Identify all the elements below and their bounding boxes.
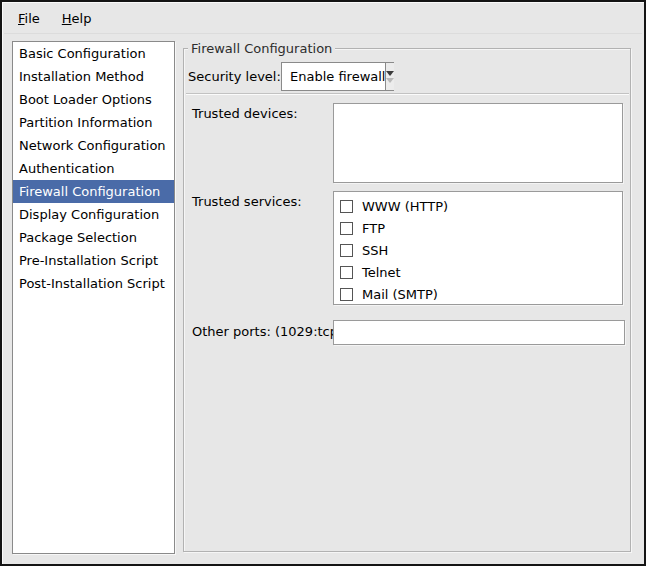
other-ports-label: Other ports: (1029:tcp): [192, 324, 343, 339]
service-label: SSH: [362, 243, 388, 258]
security-level-label: Security level:: [188, 69, 281, 84]
separator: [186, 93, 629, 95]
other-ports-input[interactable]: [333, 320, 625, 345]
service-row-mail[interactable]: Mail (SMTP): [334, 283, 622, 305]
service-checkbox-ssh[interactable]: [340, 244, 353, 257]
sidebar-item-pre-installation-script[interactable]: Pre-Installation Script: [13, 249, 174, 272]
trusted-services-label: Trusted services:: [192, 194, 302, 209]
config-section-list: Basic Configuration Installation Method …: [12, 41, 175, 554]
trusted-devices-label: Trusted devices:: [192, 106, 298, 121]
menubar: File Help: [4, 4, 642, 34]
menu-help[interactable]: Help: [54, 7, 100, 30]
service-checkbox-mail[interactable]: [340, 288, 353, 301]
trusted-services-list: WWW (HTTP) FTP SSH Telnet Mail (SMTP): [333, 191, 623, 305]
service-row-www[interactable]: WWW (HTTP): [334, 195, 622, 217]
sidebar-item-basic-configuration[interactable]: Basic Configuration: [13, 42, 174, 65]
main-panel-frame: Firewall Configuration Security level: E…: [183, 48, 631, 552]
sidebar-item-display-configuration[interactable]: Display Configuration: [13, 203, 174, 226]
service-checkbox-www[interactable]: [340, 200, 353, 213]
service-label: Mail (SMTP): [362, 287, 438, 302]
menu-file-label: ile: [25, 11, 40, 26]
sidebar-item-network-configuration[interactable]: Network Configuration: [13, 134, 174, 157]
service-label: Telnet: [362, 265, 401, 280]
service-row-telnet[interactable]: Telnet: [334, 261, 622, 283]
service-label: FTP: [362, 221, 385, 236]
dropdown-arrow-icon: [385, 63, 394, 90]
app-window: File Help Basic Configuration Installati…: [0, 0, 646, 566]
sidebar-item-authentication[interactable]: Authentication: [13, 157, 174, 180]
service-label: WWW (HTTP): [362, 199, 448, 214]
sidebar-item-post-installation-script[interactable]: Post-Installation Script: [13, 272, 174, 295]
frame-title: Firewall Configuration: [188, 40, 335, 57]
menu-help-label: elp: [72, 11, 92, 26]
sidebar-item-boot-loader-options[interactable]: Boot Loader Options: [13, 88, 174, 111]
service-checkbox-ftp[interactable]: [340, 222, 353, 235]
service-row-ftp[interactable]: FTP: [334, 217, 622, 239]
menu-help-mnemonic: H: [62, 11, 72, 26]
sidebar-item-firewall-configuration[interactable]: Firewall Configuration: [13, 180, 174, 203]
trusted-devices-list[interactable]: [333, 103, 623, 183]
sidebar-item-partition-information[interactable]: Partition Information: [13, 111, 174, 134]
sidebar-item-package-selection[interactable]: Package Selection: [13, 226, 174, 249]
service-row-ssh[interactable]: SSH: [334, 239, 622, 261]
security-level-dropdown[interactable]: Enable firewall: [281, 62, 394, 91]
service-checkbox-telnet[interactable]: [340, 266, 353, 279]
sidebar-item-installation-method[interactable]: Installation Method: [13, 65, 174, 88]
menu-file[interactable]: File: [10, 7, 48, 30]
security-level-value: Enable firewall: [282, 63, 385, 90]
